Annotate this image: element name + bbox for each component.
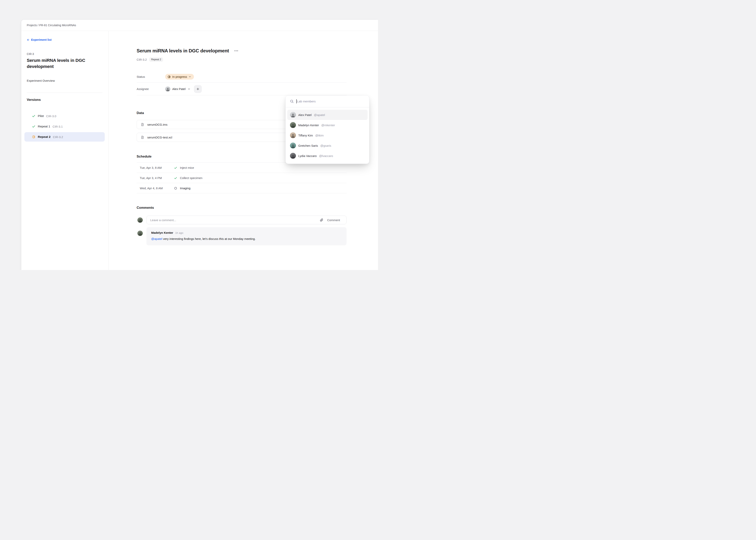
experiment-code: CIR-3 [27, 53, 102, 56]
back-link-label: Experiment list [31, 38, 52, 41]
comment-card: Madelyn Kenter 1h ago @apatel very inter… [147, 227, 347, 245]
schedule-task: Imaging [180, 187, 190, 190]
circle-todo-icon[interactable] [174, 187, 177, 190]
member-username: @tkim [315, 134, 324, 137]
status-row: Status In progress [137, 71, 347, 83]
version-label: Repeat 1 [38, 125, 50, 128]
schedule-time: Tue, Apr 3, 8 AM [140, 166, 174, 169]
comment-placeholder: Leave a comment... [150, 218, 176, 222]
main-panel: Serum miRNA levels in DGC development CI… [108, 31, 378, 270]
comment-thread: Madelyn Kenter 1h ago @apatel very inter… [137, 227, 347, 245]
member-item-tiffany-kim[interactable]: Tiffany Kim @tkim [287, 130, 368, 140]
file-name: serumDCG.ims [147, 123, 167, 126]
status-label: Status [137, 75, 165, 78]
version-code: CIR-3.1 [53, 125, 63, 128]
member-username: @apatel [314, 113, 325, 117]
version-label: Repeat 2 [38, 135, 51, 139]
version-code: CIR-3.2 [137, 58, 147, 61]
search-placeholder: Lab members [297, 100, 316, 103]
arrow-left-icon [27, 38, 30, 41]
assignee-name: Alex Patel [172, 87, 186, 90]
member-item-gretchen-saris[interactable]: Gretchen Saris @gsaris [287, 140, 368, 151]
assignee-selector[interactable]: Alex Patel [165, 86, 190, 91]
member-list: Alex Patel @apatel Madelyn Kenter @mkent… [286, 107, 369, 164]
assignee-label: Assignee [137, 87, 165, 90]
member-name: Lydia Vaccaro [298, 154, 317, 158]
version-item-repeat-2-selected[interactable]: Repeat 2 CIR-3.2 [24, 132, 105, 142]
member-name: Gretchen Saris [298, 144, 318, 147]
avatar [138, 231, 143, 236]
avatar [290, 112, 296, 118]
member-name: Madelyn Kenter [298, 123, 319, 127]
mention-link[interactable]: @apatel [151, 237, 162, 240]
member-name: Alex Patel [298, 113, 312, 117]
comment-timestamp: 1h ago [175, 231, 183, 234]
member-name: Tiffany Kim [298, 134, 313, 137]
check-icon [32, 114, 36, 118]
schedule-table: Tue, Apr 3, 8 AM Inject mice Tue, Apr 3,… [137, 163, 347, 194]
in-progress-icon [167, 75, 171, 78]
comment-submit-button[interactable]: Comment [327, 217, 343, 222]
assignee-row: Assignee Alex Patel [137, 83, 347, 95]
schedule-task: Inject mice [180, 166, 194, 169]
chevron-down-icon [188, 88, 190, 90]
sidebar: Experiment list CIR-3 Serum miRNA levels… [21, 31, 108, 270]
comments-heading: Comments [137, 205, 347, 210]
version-item-pilot[interactable]: Pilot CIR-3.0 [24, 111, 105, 121]
schedule-task: Collect specimen [180, 176, 202, 180]
check-icon[interactable] [174, 166, 177, 169]
more-options-icon[interactable] [234, 50, 238, 52]
file-name: serumDCG-test.xcl [147, 136, 172, 139]
avatar [138, 217, 143, 223]
avatar [290, 143, 296, 149]
status-dropdown-badge[interactable]: In progress [165, 74, 194, 79]
comment-body: very interesting findings here, let’s di… [162, 237, 256, 240]
schedule-time: Wed, Apr 4, 8 AM [140, 187, 174, 190]
comment-input[interactable]: Leave a comment... Comment [147, 216, 347, 224]
version-item-repeat-1[interactable]: Repeat 1 CIR-3.1 [24, 122, 105, 131]
page-title: Serum miRNA levels in DGC development [137, 48, 229, 54]
avatar [290, 132, 296, 138]
comment-compose-row: Leave a comment... Comment [137, 216, 347, 224]
app-window: Projects / PR-81 Circulating MicroRNAs E… [0, 0, 378, 270]
content-card: Projects / PR-81 Circulating MicroRNAs E… [21, 20, 378, 270]
check-icon[interactable] [174, 177, 177, 180]
version-label: Pilot [38, 114, 44, 118]
text-cursor [296, 99, 297, 103]
experiment-overview-label[interactable]: Experiment Overview [27, 79, 102, 82]
document-icon [141, 136, 144, 139]
sidebar-experiment-title: Serum miRNA levels in DGC development [27, 57, 102, 69]
schedule-row: Wed, Apr 4, 8 AM Imaging [137, 183, 347, 194]
member-search-field[interactable]: Lab members [286, 95, 369, 107]
data-heading: Data [137, 111, 144, 115]
version-list: Pilot CIR-3.0 Repeat 1 CIR-3.1 [27, 111, 102, 142]
back-to-experiment-list-link[interactable]: Experiment list [27, 38, 102, 41]
avatar [165, 86, 170, 91]
avatar [290, 122, 296, 128]
attachment-icon[interactable] [320, 218, 323, 222]
check-icon [32, 125, 36, 128]
chevron-down-icon [189, 75, 191, 78]
comment-text: @apatel very interesting findings here, … [151, 237, 342, 241]
document-icon [141, 123, 144, 126]
member-item-madelyn-kenter[interactable]: Madelyn Kenter @mkenter [287, 120, 368, 130]
breadcrumb[interactable]: Projects / PR-81 Circulating MicroRNAs [27, 24, 76, 27]
in-progress-icon [32, 135, 36, 139]
member-item-lydia-vaccaro[interactable]: Lydia Vaccaro @lvaccaro [287, 151, 368, 161]
schedule-time: Tue, Apr 3, 4 PM [140, 176, 174, 180]
schedule-row: Tue, Apr 3, 4 PM Collect specimen [137, 173, 347, 183]
add-assignee-button[interactable] [194, 85, 202, 93]
member-item-alex-patel[interactable]: Alex Patel @apatel [287, 110, 368, 120]
version-code: CIR-3.0 [46, 114, 56, 118]
lab-members-dropdown: Lab members Alex Patel @apatel Madelyn K… [285, 95, 369, 164]
comment-author: Madelyn Kenter [151, 231, 173, 234]
sidebar-divider [27, 92, 102, 93]
avatar [290, 153, 296, 159]
schedule-row: Tue, Apr 3, 8 AM Inject mice [137, 163, 347, 173]
versions-heading: Versions [27, 98, 102, 102]
version-badge: Repeat 2 [149, 58, 163, 62]
breadcrumb-bar: Projects / PR-81 Circulating MicroRNAs [21, 20, 378, 31]
member-username: @gsaris [320, 144, 331, 147]
member-username: @mkenter [321, 123, 335, 127]
search-icon [290, 99, 294, 103]
